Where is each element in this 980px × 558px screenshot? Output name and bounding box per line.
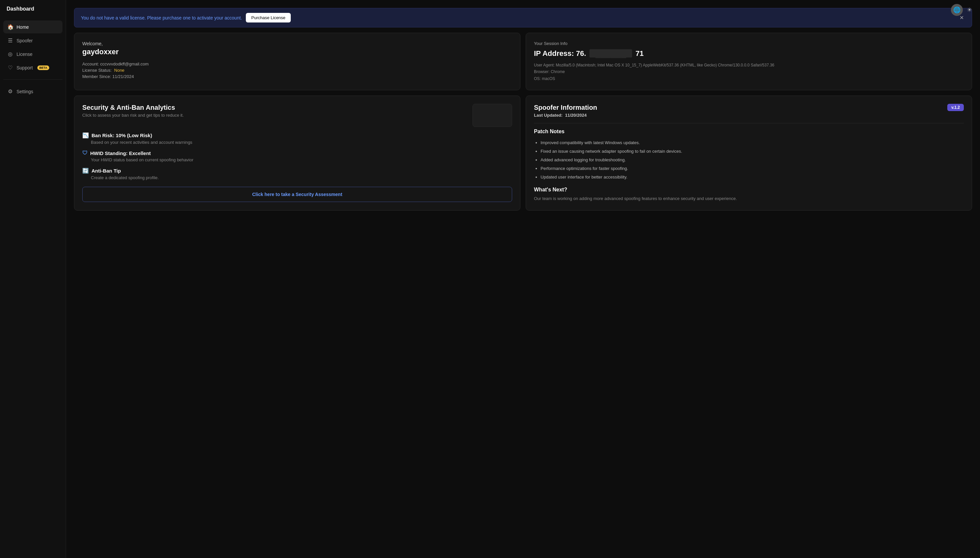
patch-title: Patch Notes — [534, 129, 964, 135]
license-row: License Status: None — [82, 68, 512, 73]
license-icon: ◎ — [7, 51, 13, 57]
sidebar-label-settings: Settings — [16, 89, 33, 94]
sidebar-label-support: Support — [16, 65, 33, 71]
spoofer-updated: Last Updated: 11/20/2024 — [534, 113, 597, 118]
welcome-username: gaydoxxer — [82, 48, 512, 56]
sidebar-item-support[interactable]: ♡ Support BETA — [3, 61, 62, 74]
hwid-icon: 🛡 — [82, 150, 88, 156]
ban-risk-label: Ban Risk: 10% (Low Risk) — [92, 133, 152, 138]
sidebar-label-spoofer: Spoofer — [16, 38, 33, 43]
support-icon: ♡ — [7, 64, 13, 71]
sidebar-divider — [3, 79, 62, 80]
session-ip: IP Address: 76. ██████ 71 — [534, 49, 964, 58]
account-row: Account: cccvvvdodkff@gmail.com — [82, 61, 512, 66]
sidebar: Dashboard 🏠 Home ☰ Spoofer ◎ License ♡ S… — [0, 0, 66, 558]
welcome-card: Welcome, gaydoxxer Account: cccvvvdodkff… — [74, 33, 520, 90]
sidebar-label-license: License — [16, 52, 33, 57]
spoofer-header: Spoofer Information Last Updated: 11/20/… — [534, 104, 964, 118]
sidebar-item-license[interactable]: ◎ License — [3, 48, 62, 61]
settings-icon: ⚙ — [7, 88, 13, 95]
license-banner: You do not have a valid license. Please … — [74, 8, 972, 28]
patch-item-2: Fixed an issue causing network adapter s… — [541, 147, 964, 156]
beta-badge: BETA — [37, 66, 49, 70]
security-subtitle: Click to assess your ban risk and get ti… — [82, 113, 184, 118]
sidebar-item-spoofer[interactable]: ☰ Spoofer — [3, 34, 62, 47]
sidebar-bottom: ⚙ Settings — [0, 82, 66, 100]
patch-item-1: Improved compatibility with latest Windo… — [541, 138, 964, 147]
hwid-label: HWID Standing: Excellent — [90, 150, 151, 156]
spoofer-updated-value: 11/20/2024 — [565, 113, 586, 118]
sidebar-label-home: Home — [16, 25, 29, 30]
bottom-cards-grid: Security & Anti-Ban Analytics Click to a… — [74, 95, 972, 210]
ban-risk-icon: 📉 — [82, 132, 89, 138]
account-value: cccvvvdodkff@gmail.com — [100, 61, 149, 66]
security-chart — [473, 104, 512, 127]
ban-risk-desc: Based on your recent activities and acco… — [82, 140, 512, 145]
anti-ban-item: 🔄 Anti-Ban Tip Create a dedicated spoofi… — [82, 167, 512, 180]
session-details: User Agent: Mozilla/5.0 (Macintosh; Inte… — [534, 62, 964, 82]
spoofer-title: Spoofer Information — [534, 104, 597, 112]
member-since-label: Member Since: — [82, 74, 111, 79]
security-card: Security & Anti-Ban Analytics Click to a… — [74, 95, 520, 210]
anti-ban-label: Anti-Ban Tip — [92, 168, 121, 174]
spoofer-icon: ☰ — [7, 37, 13, 44]
welcome-info: Account: cccvvvdodkff@gmail.com License … — [82, 61, 512, 79]
session-title: Your Session Info — [534, 41, 964, 46]
security-assessment-button[interactable]: Click here to take a Security Assessment — [82, 187, 512, 202]
anti-ban-header: 🔄 Anti-Ban Tip — [82, 167, 512, 174]
app-title: Dashboard — [0, 0, 66, 18]
patch-item-3: Added advanced logging for troubleshooti… — [541, 156, 964, 164]
version-badge: v.1.2 — [947, 104, 964, 111]
theme-toggle[interactable]: ☀ — [967, 6, 972, 13]
patch-divider — [534, 123, 964, 123]
purchase-license-button[interactable]: Purchase License — [246, 13, 290, 23]
spoofer-title-block: Spoofer Information Last Updated: 11/20/… — [534, 104, 597, 118]
license-status-label: License Status: — [82, 68, 112, 73]
os: OS: macOS — [534, 75, 964, 82]
spoofer-updated-label: Last Updated: — [534, 113, 563, 118]
member-since-value: 11/21/2024 — [112, 74, 134, 79]
hwid-header: 🛡 HWID Standing: Excellent — [82, 150, 512, 156]
whats-next-text: Our team is working on adding more advan… — [534, 195, 964, 202]
ip-suffix: 71 — [636, 49, 644, 57]
avatar[interactable]: 🌐 — [951, 4, 963, 16]
patch-list: Improved compatibility with latest Windo… — [534, 138, 964, 182]
patch-item-5: Updated user interface for better access… — [541, 173, 964, 182]
sidebar-item-home[interactable]: 🏠 Home — [3, 20, 62, 33]
session-card: Your Session Info IP Address: 76. ██████… — [526, 33, 972, 90]
sidebar-nav: 🏠 Home ☰ Spoofer ◎ License ♡ Support BET… — [0, 18, 66, 77]
hwid-desc: Your HWID status based on current spoofi… — [82, 158, 512, 162]
welcome-greeting: Welcome, — [82, 41, 512, 46]
sun-icon: ☀ — [967, 7, 972, 13]
anti-ban-icon: 🔄 — [82, 167, 89, 174]
home-icon: 🏠 — [7, 24, 13, 30]
avatar-icon: 🌐 — [953, 6, 960, 13]
security-title-block: Security & Anti-Ban Analytics Click to a… — [82, 104, 184, 118]
content-area: You do not have a valid license. Please … — [66, 3, 980, 558]
banner-left: You do not have a valid license. Please … — [81, 13, 291, 23]
sidebar-item-settings[interactable]: ⚙ Settings — [3, 85, 62, 98]
topbar: 🌐 ☀ — [943, 0, 980, 20]
user-agent: User Agent: Mozilla/5.0 (Macintosh; Inte… — [534, 62, 964, 69]
browser: Browser: Chrome — [534, 69, 964, 75]
ban-risk-item: 📉 Ban Risk: 10% (Low Risk) Based on your… — [82, 132, 512, 145]
main-content: 🌐 ☀ You do not have a valid license. Ple… — [66, 0, 980, 558]
ban-risk-header: 📉 Ban Risk: 10% (Low Risk) — [82, 132, 512, 138]
security-title: Security & Anti-Ban Analytics — [82, 104, 184, 112]
patch-item-4: Performance optimizations for faster spo… — [541, 164, 964, 173]
anti-ban-desc: Create a dedicated spoofing profile. — [82, 175, 512, 180]
account-label: Account: — [82, 61, 99, 66]
whats-next-title: What's Next? — [534, 187, 964, 193]
license-status-value: None — [115, 68, 124, 73]
ip-label: IP Address: 76. — [534, 49, 586, 57]
top-cards-grid: Welcome, gaydoxxer Account: cccvvvdodkff… — [74, 33, 972, 90]
member-row: Member Since: 11/21/2024 — [82, 74, 512, 79]
security-header: Security & Anti-Ban Analytics Click to a… — [82, 104, 512, 127]
ip-redacted: ██████ — [589, 49, 632, 57]
security-items: 📉 Ban Risk: 10% (Low Risk) Based on your… — [82, 132, 512, 180]
banner-message: You do not have a valid license. Please … — [81, 15, 242, 20]
hwid-item: 🛡 HWID Standing: Excellent Your HWID sta… — [82, 150, 512, 162]
spoofer-info-card: Spoofer Information Last Updated: 11/20/… — [526, 95, 972, 210]
